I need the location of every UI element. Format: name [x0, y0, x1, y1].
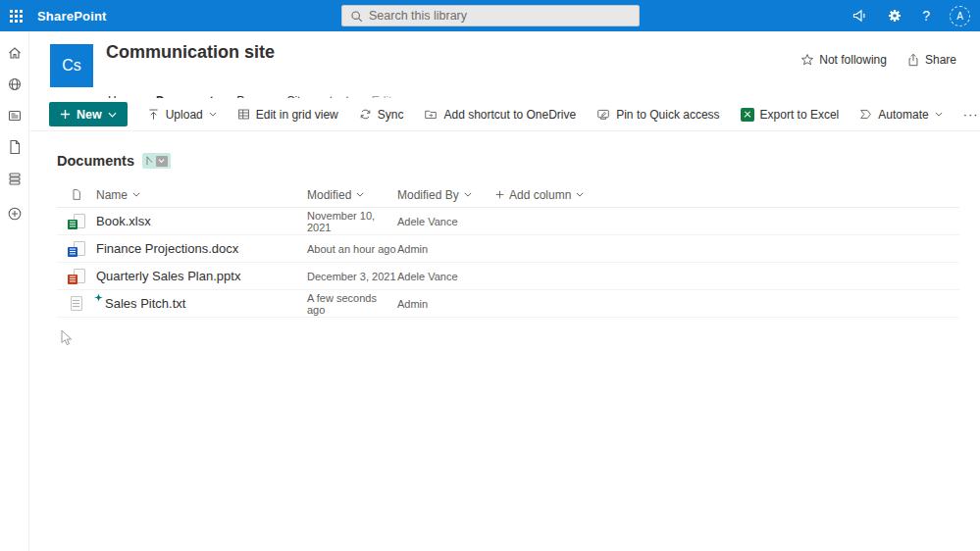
- globe-icon[interactable]: [7, 76, 23, 92]
- chevron-down-icon: [132, 192, 140, 197]
- chevron-down-icon: [108, 112, 117, 118]
- chevron-down-icon: [356, 192, 364, 197]
- pin-icon: [596, 108, 610, 121]
- add-column-header[interactable]: Add column: [495, 188, 643, 202]
- star-icon: [800, 53, 814, 67]
- file-modified: November 10, 2021: [307, 210, 397, 233]
- site-actions: Not following Share: [800, 53, 956, 67]
- settings-gear-icon[interactable]: [887, 8, 903, 24]
- file-type-column-header[interactable]: [57, 188, 96, 201]
- excel-file-icon: [68, 214, 85, 229]
- file-icon: [71, 188, 82, 201]
- modified-column-header[interactable]: Modified: [307, 188, 397, 202]
- library-heading: Documents: [57, 153, 134, 169]
- new-button-label: New: [77, 108, 102, 122]
- app-bar: [0, 31, 29, 551]
- new-button[interactable]: New: [49, 102, 128, 126]
- table-row[interactable]: Quarterly Sales Plan.pptx December 3, 20…: [57, 263, 959, 290]
- library-content: Documents Name Modified: [29, 131, 980, 551]
- sync-button[interactable]: Sync: [359, 108, 404, 122]
- document-icon[interactable]: [7, 139, 23, 155]
- suite-bar: SharePoint ? A: [0, 0, 980, 31]
- account-avatar[interactable]: A: [950, 6, 970, 26]
- pen-icon: [145, 156, 154, 166]
- table-row[interactable]: Finance Projections.docx About an hour a…: [57, 235, 959, 263]
- command-bar: New Upload Edit in grid view Sync Add sh…: [29, 98, 980, 131]
- create-icon[interactable]: [7, 206, 23, 222]
- search-input[interactable]: [369, 9, 631, 23]
- help-icon[interactable]: ?: [922, 8, 930, 24]
- file-modified-by: Admin: [397, 243, 495, 255]
- new-file-sparkle-icon: [94, 290, 103, 299]
- lists-icon[interactable]: [7, 171, 23, 186]
- upload-icon: [147, 108, 160, 121]
- folder-shortcut-icon: [424, 108, 438, 121]
- chevron-down-icon: [209, 112, 217, 117]
- file-modified: About an hour ago: [307, 243, 397, 255]
- documents-table: Name Modified Modified By Add column: [57, 182, 959, 318]
- follow-label: Not following: [819, 53, 887, 67]
- chevron-down-icon: [156, 156, 168, 167]
- documents-heading-badge[interactable]: [142, 153, 171, 169]
- file-name[interactable]: Quarterly Sales Plan.pptx: [96, 269, 307, 283]
- plus-icon: [495, 190, 504, 199]
- search-box[interactable]: [341, 5, 640, 26]
- grid-icon: [237, 108, 250, 121]
- name-column-header[interactable]: Name: [96, 188, 307, 202]
- sharepoint-page: SharePoint ? A: [0, 0, 980, 551]
- automate-button[interactable]: Automate: [859, 108, 942, 122]
- add-shortcut-onedrive-button[interactable]: Add shortcut to OneDrive: [424, 108, 576, 122]
- file-modified: A few seconds ago: [307, 292, 397, 316]
- automate-flow-icon: [859, 108, 872, 121]
- search-icon: [350, 10, 363, 23]
- chevron-down-icon: [464, 192, 472, 197]
- upload-button[interactable]: Upload: [147, 108, 217, 122]
- file-modified: December 3, 2021: [307, 271, 397, 282]
- sync-icon: [359, 108, 372, 121]
- chevron-down-icon: [576, 192, 584, 197]
- powerpoint-file-icon: [68, 269, 85, 284]
- home-icon[interactable]: [7, 45, 23, 61]
- table-row[interactable]: Book.xlsx November 10, 2021 Adele Vance: [57, 208, 959, 235]
- news-icon[interactable]: [7, 108, 23, 124]
- share-button[interactable]: Share: [906, 53, 956, 67]
- export-to-excel-button[interactable]: Export to Excel: [741, 108, 840, 122]
- word-file-icon: [68, 241, 85, 257]
- file-modified-by: Adele Vance: [397, 216, 495, 227]
- pin-quick-access-button[interactable]: Pin to Quick access: [596, 108, 719, 122]
- app-title[interactable]: SharePoint: [37, 9, 107, 24]
- command-bar-items: Upload Edit in grid view Sync Add shortc…: [147, 107, 979, 122]
- share-label: Share: [925, 53, 956, 67]
- more-commands-button[interactable]: ···: [963, 107, 979, 122]
- file-name[interactable]: Book.xlsx: [96, 214, 307, 228]
- waffle-icon: [10, 10, 23, 23]
- chevron-down-icon: [935, 112, 943, 117]
- megaphone-icon[interactable]: [851, 8, 867, 24]
- share-icon: [906, 53, 920, 67]
- site-header: Cs Communication site Home Documents Pag…: [29, 31, 980, 98]
- text-file-icon: [68, 296, 85, 312]
- modified-by-column-header[interactable]: Modified By: [397, 188, 495, 202]
- follow-button[interactable]: Not following: [800, 53, 887, 67]
- file-modified-by: Admin: [397, 298, 495, 310]
- edit-in-grid-view-button[interactable]: Edit in grid view: [237, 108, 338, 122]
- site-title[interactable]: Communication site: [106, 42, 275, 63]
- file-name[interactable]: Finance Projections.docx: [96, 241, 307, 256]
- site-logo[interactable]: Cs: [50, 44, 93, 87]
- app-launcher-waffle-icon[interactable]: [0, 0, 31, 31]
- mouse-cursor: [61, 329, 73, 347]
- table-row[interactable]: Sales Pitch.txt A few seconds ago Admin: [57, 290, 959, 318]
- file-modified-by: Adele Vance: [397, 271, 495, 282]
- excel-icon: [741, 108, 754, 122]
- plus-icon: [60, 109, 71, 120]
- table-header: Name Modified Modified By Add column: [57, 182, 959, 208]
- file-name[interactable]: Sales Pitch.txt: [96, 296, 307, 311]
- suite-bar-actions: ? A: [851, 0, 970, 31]
